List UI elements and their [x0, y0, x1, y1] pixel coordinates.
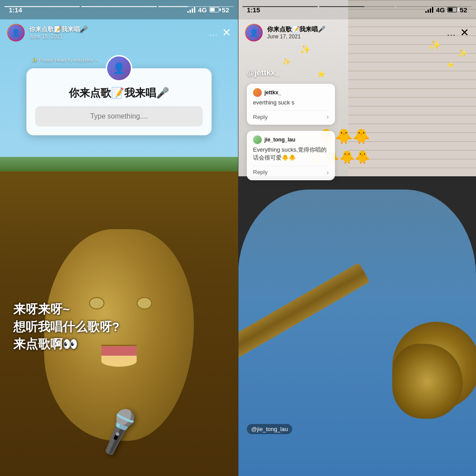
comment-1-username: jettkx_ — [264, 89, 281, 96]
left-title-area: 你来点歌📝我来唱🎤 June 15, 2021 — [29, 26, 209, 40]
left-story-panel: 🎤 1:14 4G 52 — [0, 0, 238, 476]
comment-1-reply[interactable]: Reply › — [253, 110, 329, 120]
overlay-line2: 想听我唱什么歌呀? — [13, 318, 119, 335]
left-more-button[interactable]: ... — [209, 28, 218, 38]
right-story-header: 👤 你来点歌📝我来唱🎤 June 17, 2021 ... ✕ — [238, 19, 476, 46]
reply-2-arrow-icon: › — [327, 169, 329, 176]
right-close-button[interactable]: ✕ — [460, 26, 469, 39]
chinese-overlay-text: 来呀来呀~ 想听我唱什么歌呀? 来点歌啊👀 — [13, 301, 119, 353]
comment-2-avatar — [253, 135, 262, 144]
bottom-mention-tag[interactable]: @jie_tong_lau — [247, 424, 292, 434]
comment-1-user: jettkx_ — [253, 88, 329, 97]
card-title: 你来点歌📝我来唱🎤 — [35, 86, 203, 100]
right-more-button[interactable]: ... — [447, 28, 456, 38]
right-avatar[interactable]: 👤 — [246, 25, 262, 41]
overlay-line3: 来点歌啊👀 — [13, 335, 119, 353]
card-avatar: 👤 — [106, 55, 132, 82]
comment-1-text: everthing suck s — [253, 99, 329, 107]
right-story-title: 你来点歌📝我来唱🎤 — [267, 26, 447, 33]
comment-cards-container: jettkx_ everthing suck s Reply › jie_ton… — [247, 84, 335, 186]
left-close-button[interactable]: ✕ — [222, 26, 231, 39]
comment-2-username: jie_tong_lau — [264, 137, 295, 143]
right-story-date: June 17, 2021 — [267, 33, 447, 40]
left-avatar-ring: 👤 — [7, 24, 25, 41]
right-avatar-ring: 👤 — [245, 24, 263, 41]
username-mention: @jettkx_ — [247, 68, 280, 78]
panel-divider — [238, 0, 238, 476]
interactive-question-card: 👤 你来点歌📝我来唱🎤 — [26, 68, 212, 135]
comment-2-reply-label[interactable]: Reply — [253, 169, 268, 175]
progress-bars-left — [0, 3, 238, 9]
left-music-credit: ✨ Potato Head by kittybriee > — [32, 57, 97, 63]
overlay-line1: 来呀来呀~ — [13, 301, 119, 318]
comment-1-reply-label[interactable]: Reply — [253, 114, 268, 120]
left-story-subtitle: June 15, 2021 — [29, 33, 209, 40]
comment-1-avatar — [253, 88, 262, 97]
comment-card-2: jie_tong_lau Everything sucks,觉得你唱的话会很可爱… — [247, 131, 335, 180]
left-story-title: 你来点歌📝我来唱🎤 — [29, 26, 209, 33]
comment-card-1: jettkx_ everthing suck s Reply › — [247, 84, 335, 125]
reply-arrow-icon: › — [327, 113, 329, 120]
right-title-area: 你来点歌📝我来唱🎤 June 17, 2021 — [267, 26, 447, 40]
comment-2-reply[interactable]: Reply › — [253, 166, 329, 176]
left-avatar[interactable]: 👤 — [8, 25, 24, 41]
right-story-panel: ✨ ✨ ⭐ ✨ ⭐ ✨ 🐥🐥🐥 🐥🐥🐥🐥 1:15 — [238, 0, 476, 476]
left-story-header: 👤 你来点歌📝我来唱🎤 June 15, 2021 ... ✕ — [0, 19, 238, 46]
comment-2-user: jie_tong_lau — [253, 135, 329, 144]
progress-bars-right — [238, 3, 476, 9]
type-something-input[interactable] — [35, 106, 203, 126]
comment-2-text: Everything sucks,觉得你唱的话会很可爱🐥🐥 — [253, 146, 329, 162]
